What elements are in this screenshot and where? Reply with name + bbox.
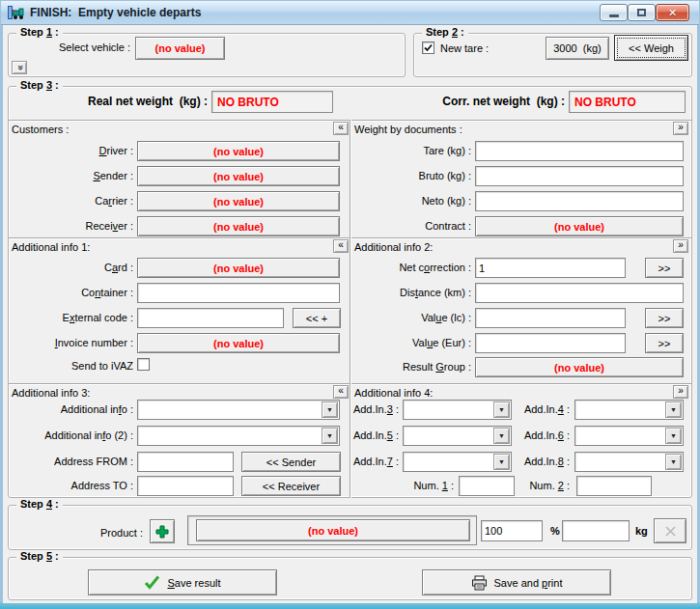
additional-info-2-header: Additional info 2: — [354, 241, 433, 253]
additional-info-3-collapse-button[interactable]: « — [333, 385, 349, 399]
receiver-button[interactable]: (no value) — [137, 216, 340, 236]
bruto-kg-label: Bruto (kg) : — [350, 170, 471, 181]
new-tare-label: New tare : — [440, 42, 489, 54]
corr-net-weight-field: NO BRUTO — [569, 91, 686, 113]
container-input[interactable] — [137, 283, 340, 303]
neto-kg-input[interactable] — [475, 191, 684, 211]
bruto-kg-input[interactable] — [475, 166, 684, 186]
collapse-left-icon: « — [338, 240, 344, 250]
add-in-4-combo[interactable]: ▼ — [574, 400, 684, 420]
finish-dialog-window: FINISH: Empty vehicle departs ✕ Step 1 :… — [0, 0, 700, 609]
sender-button[interactable]: (no value) — [137, 166, 340, 186]
card-button[interactable]: (no value) — [137, 258, 340, 278]
customers-header: Customers : — [12, 124, 69, 135]
container-label: Container : — [10, 287, 133, 298]
product-percent-input[interactable] — [481, 520, 543, 541]
driver-button[interactable]: (no value) — [137, 141, 340, 161]
titlebar[interactable]: FINISH: Empty vehicle departs — [1, 1, 699, 25]
receiver-label: Receiver : — [10, 220, 133, 232]
additional-info-2-combo[interactable]: ▼ — [137, 426, 340, 446]
combo-dropdown-button[interactable]: ▼ — [322, 428, 338, 444]
send-to-ivaz-checkbox[interactable] — [137, 358, 150, 371]
add-in-3-combo[interactable]: ▼ — [403, 400, 512, 420]
window-frame — [0, 602, 700, 609]
additional-info-1-collapse-button[interactable]: « — [333, 239, 349, 253]
expand-right-icon: » — [678, 123, 684, 132]
save-and-print-button[interactable]: Save and print — [422, 569, 611, 595]
additional-info-combo[interactable]: ▼ — [137, 400, 340, 420]
combo-dropdown-button[interactable]: ▼ — [493, 454, 510, 470]
minimize-icon — [609, 14, 619, 17]
tare-kg-input[interactable] — [475, 141, 684, 161]
address-from-sender-button[interactable]: << Sender — [241, 452, 341, 472]
remove-product-button[interactable] — [654, 518, 686, 543]
save-result-button[interactable]: Save result — [88, 569, 277, 595]
combo-dropdown-button[interactable]: ▼ — [493, 401, 510, 418]
expand-down-icon: » — [15, 65, 25, 70]
num-2-label: Num. 2 : — [483, 480, 570, 491]
delete-x-icon — [664, 525, 677, 538]
card-label: Card : — [10, 262, 133, 273]
net-correction-more-button[interactable]: >> — [645, 258, 684, 278]
combo-dropdown-button[interactable]: ▼ — [322, 401, 338, 418]
value-lc-input[interactable] — [475, 308, 626, 328]
close-button[interactable]: ✕ — [656, 4, 689, 21]
step1-caption: Step 1 : — [16, 26, 63, 38]
customers-collapse-button[interactable]: « — [333, 122, 349, 135]
address-from-input[interactable] — [137, 452, 234, 472]
net-correction-label: Net correction : — [350, 262, 471, 273]
add-in-5-label: Add.In.5 : — [352, 429, 399, 441]
additional-info-2-expand-button[interactable]: » — [673, 239, 688, 253]
combo-dropdown-button[interactable]: ▼ — [665, 428, 682, 444]
add-product-button[interactable] — [150, 519, 175, 543]
maximize-button[interactable] — [628, 4, 656, 21]
carrier-button[interactable]: (no value) — [137, 191, 340, 211]
address-to-input[interactable] — [137, 476, 234, 496]
num-1-label: Num. 1 : — [367, 480, 454, 491]
product-button[interactable]: (no value) — [196, 519, 470, 541]
weigh-button[interactable]: << Weigh — [614, 35, 688, 61]
chevron-down-icon: ▼ — [670, 432, 677, 439]
add-in-8-label: Add.In.8 : — [523, 456, 570, 467]
invoice-number-button[interactable]: (no value) — [137, 333, 340, 353]
combo-dropdown-button[interactable]: ▼ — [493, 428, 510, 444]
value-eur-input[interactable] — [475, 333, 626, 353]
new-tare-checkbox[interactable] — [422, 42, 434, 54]
product-kg-input[interactable] — [562, 520, 630, 541]
add-in-7-combo[interactable]: ▼ — [403, 452, 512, 472]
contract-button[interactable]: (no value) — [475, 216, 684, 236]
add-in-3-label: Add.In.3 : — [352, 403, 399, 415]
corr-net-weight-label: Corr. net weight (kg) : — [377, 95, 565, 108]
external-code-input[interactable] — [137, 308, 284, 328]
additional-info-4-expand-button[interactable]: » — [673, 385, 688, 399]
add-in-8-combo[interactable]: ▼ — [574, 452, 684, 472]
external-code-copy-button[interactable]: << + — [293, 308, 341, 328]
value-lc-more-button[interactable]: >> — [645, 308, 684, 328]
num-2-input[interactable] — [576, 476, 652, 496]
distance-label: Distance (km) : — [350, 287, 471, 298]
combo-dropdown-button[interactable]: ▼ — [665, 401, 682, 418]
value-eur-more-button[interactable]: >> — [645, 333, 684, 353]
combo-dropdown-button[interactable]: ▼ — [665, 454, 682, 470]
neto-kg-label: Neto (kg) : — [350, 195, 471, 207]
select-vehicle-button[interactable]: (no value) — [135, 37, 225, 60]
chevron-down-icon: ▼ — [670, 458, 677, 465]
send-to-ivaz-label: Send to iVAZ — [10, 360, 133, 372]
contract-label: Contract : — [350, 220, 471, 232]
expand-right-icon: » — [678, 386, 684, 396]
add-in-5-combo[interactable]: ▼ — [403, 426, 512, 446]
expand-right-icon: » — [678, 240, 684, 250]
save-result-label: Save result — [167, 577, 220, 589]
tare-value-button[interactable]: 3000 (kg) — [546, 37, 609, 60]
result-group-button[interactable]: (no value) — [475, 357, 684, 377]
real-net-weight-label: Real net weight (kg) : — [24, 95, 208, 108]
invoice-number-label: Invoice number : — [10, 337, 133, 348]
weight-by-documents-expand-button[interactable]: » — [673, 122, 688, 135]
expand-down-button[interactable]: » — [12, 61, 27, 74]
add-in-6-combo[interactable]: ▼ — [574, 426, 684, 446]
address-to-receiver-button[interactable]: << Receiver — [241, 476, 341, 496]
net-correction-input[interactable] — [475, 258, 626, 278]
minimize-button[interactable] — [600, 4, 628, 21]
distance-input[interactable] — [475, 283, 684, 303]
step3-caption: Step 3 : — [16, 79, 63, 91]
